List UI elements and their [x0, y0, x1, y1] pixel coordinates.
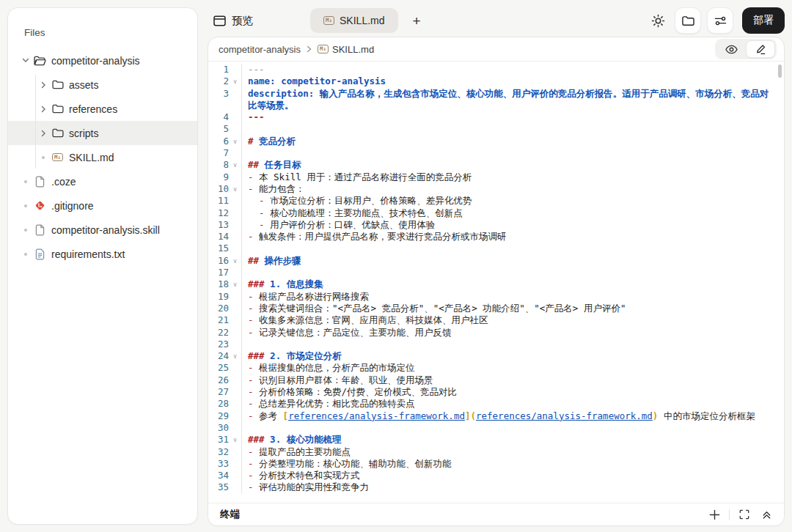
line-number[interactable]: 8: [208, 159, 229, 171]
line-number[interactable]: 25: [208, 362, 229, 374]
line-number[interactable]: 7: [208, 147, 229, 159]
line-number[interactable]: 32: [208, 446, 229, 458]
line-number[interactable]: 33: [208, 458, 229, 470]
fold-chevron-icon[interactable]: ∨: [229, 75, 241, 87]
line-number[interactable]: 1: [208, 64, 229, 75]
line-number[interactable]: 19: [208, 291, 229, 303]
code-line-content[interactable]: description: 输入产品名称，生成包含市场定位、核心功能、用户评价的竞…: [241, 88, 784, 112]
new-terminal-button[interactable]: [707, 507, 722, 522]
fold-chevron-icon[interactable]: ∨: [229, 278, 241, 290]
editor-scrollbar[interactable]: [778, 64, 782, 78]
code-line-content[interactable]: - 根据搜集的信息，分析产品的市场定位: [241, 362, 784, 374]
code-line-content[interactable]: - 能力包含：: [241, 183, 784, 195]
code-line-content[interactable]: - 记录关键信息：产品定位、主要功能、用户反馈: [241, 327, 784, 339]
code-line-content[interactable]: - 评估功能的实用性和竞争力: [241, 481, 784, 493]
code-line-content[interactable]: [241, 147, 784, 159]
code-line-content[interactable]: - 用户评价分析：口碑、优缺点、使用体验: [241, 219, 784, 231]
code-line-content[interactable]: - 市场定位分析：目标用户、价格策略、差异化优势: [241, 195, 784, 207]
chevron-right-icon[interactable]: [37, 130, 49, 137]
code-line-content[interactable]: - 搜索关键词组合："<产品名> 竞品分析"、"<产品名> 功能介绍"、"<产品…: [241, 303, 784, 314]
line-number[interactable]: 23: [208, 339, 229, 350]
fold-chevron-icon[interactable]: ∨: [229, 350, 241, 362]
tree-item-requirements-txt[interactable]: requirements.txt: [8, 242, 197, 266]
edit-mode-button[interactable]: [746, 40, 775, 58]
breadcrumb-file[interactable]: M↓ SKILL.md: [318, 44, 374, 55]
fold-chevron-icon[interactable]: ∨: [229, 183, 241, 195]
tree-item-assets[interactable]: assets: [8, 73, 197, 97]
code-line-content[interactable]: - 提取产品的主要功能点: [241, 446, 784, 458]
code-line-content[interactable]: [241, 123, 784, 135]
line-number[interactable]: 4: [208, 111, 229, 123]
code-line-content[interactable]: ### 1. 信息搜集: [241, 278, 784, 290]
theme-toggle-button[interactable]: [647, 10, 669, 32]
line-number[interactable]: 18: [208, 278, 229, 290]
code-line-content[interactable]: - 核心功能梳理：主要功能点、技术特色、创新点: [241, 207, 784, 219]
line-number[interactable]: 20: [208, 303, 229, 314]
preview-mode-button[interactable]: [716, 40, 746, 58]
fold-chevron-icon[interactable]: ∨: [229, 255, 241, 267]
code-line-content[interactable]: # 竞品分析: [241, 136, 784, 147]
markdown-link[interactable]: references/analysis-framework.md: [476, 410, 653, 421]
code-line-content[interactable]: - 识别目标用户群体：年龄、职业、使用场景: [241, 374, 784, 386]
line-number[interactable]: 12: [208, 207, 229, 219]
code-line-content[interactable]: - 本 Skill 用于：通过产品名称进行全面的竞品分析: [241, 171, 784, 183]
tree-item-skill-md[interactable]: M↓SKILL.md: [8, 145, 197, 169]
code-line-content[interactable]: [241, 422, 784, 434]
tree-item-competitor-analysis[interactable]: competitor-analysis: [8, 48, 197, 73]
code-line-content[interactable]: ### 3. 核心功能梳理: [241, 434, 784, 446]
line-number[interactable]: 24: [208, 350, 229, 362]
line-number[interactable]: 5: [208, 123, 229, 135]
line-number[interactable]: 17: [208, 267, 229, 278]
code-line-content[interactable]: - 触发条件：用户提供产品名称，要求进行竞品分析或市场调研: [241, 231, 784, 243]
open-folder-button[interactable]: [675, 7, 701, 34]
tree-item-references[interactable]: references: [8, 97, 197, 121]
line-number[interactable]: 28: [208, 398, 229, 410]
chevron-right-icon[interactable]: [37, 106, 49, 113]
line-number[interactable]: 10: [208, 183, 229, 195]
line-number[interactable]: 26: [208, 374, 229, 386]
markdown-link[interactable]: references/analysis-framework.md: [288, 410, 465, 421]
collapse-terminal-button[interactable]: [759, 507, 774, 522]
line-number[interactable]: 27: [208, 386, 229, 398]
code-line-content[interactable]: [241, 243, 784, 254]
line-number[interactable]: 34: [208, 470, 229, 481]
line-number[interactable]: 14: [208, 231, 229, 243]
code-line-content[interactable]: ### 2. 市场定位分析: [241, 350, 784, 362]
new-tab-button[interactable]: +: [413, 14, 421, 28]
code-line-content[interactable]: - 参考 [references/analysis-framework.md](…: [241, 410, 784, 422]
tree-item-scripts[interactable]: scripts: [8, 121, 197, 145]
line-number[interactable]: 3: [208, 88, 229, 100]
fold-chevron-icon[interactable]: ∨: [229, 136, 241, 147]
code-line-content[interactable]: ---: [241, 64, 784, 75]
line-number[interactable]: 2: [208, 75, 229, 87]
line-number[interactable]: 22: [208, 327, 229, 339]
code-line-content[interactable]: [241, 267, 784, 278]
line-number[interactable]: 31: [208, 434, 229, 446]
code-line-content[interactable]: ## 任务目标: [241, 159, 784, 171]
tab-skill-md[interactable]: M↓ SKILL.md: [310, 8, 398, 33]
chevron-right-icon[interactable]: [37, 81, 49, 89]
code-line-content[interactable]: name: competitor-analysis: [241, 75, 784, 87]
fold-chevron-icon[interactable]: ∨: [229, 434, 241, 446]
line-number[interactable]: 21: [208, 314, 229, 326]
line-number[interactable]: 11: [208, 195, 229, 207]
code-line-content[interactable]: - 分析价格策略：免费/付费、定价模式、竞品对比: [241, 386, 784, 398]
line-number[interactable]: 35: [208, 481, 229, 493]
code-line-content[interactable]: ## 操作步骤: [241, 255, 784, 267]
line-number[interactable]: 29: [208, 410, 229, 422]
code-line-content[interactable]: - 收集多来源信息：官网、应用商店、科技媒体、用户社区: [241, 314, 784, 326]
breadcrumb-folder[interactable]: competitor-analysis: [219, 44, 301, 55]
code-line-content[interactable]: [241, 339, 784, 350]
code-line-content[interactable]: ---: [241, 111, 784, 123]
code-line-content[interactable]: - 总结差异化优势：相比竞品的独特卖点: [241, 398, 784, 410]
code-line-content[interactable]: - 分析技术特色和实现方式: [241, 470, 784, 481]
line-number[interactable]: 16: [208, 255, 229, 267]
code-line-content[interactable]: - 根据产品名称进行网络搜索: [241, 291, 784, 303]
tree-item-competitor-analysis-skill[interactable]: competitor-analysis.skill: [8, 218, 197, 242]
code-line-content[interactable]: - 分类整理功能：核心功能、辅助功能、创新功能: [241, 458, 784, 470]
fold-chevron-icon[interactable]: ∨: [229, 159, 241, 171]
chevron-down-icon[interactable]: [20, 58, 32, 63]
settings-button[interactable]: [707, 7, 733, 34]
line-number[interactable]: 9: [208, 171, 229, 183]
tree-item--gitignore[interactable]: .gitignore: [8, 193, 197, 218]
